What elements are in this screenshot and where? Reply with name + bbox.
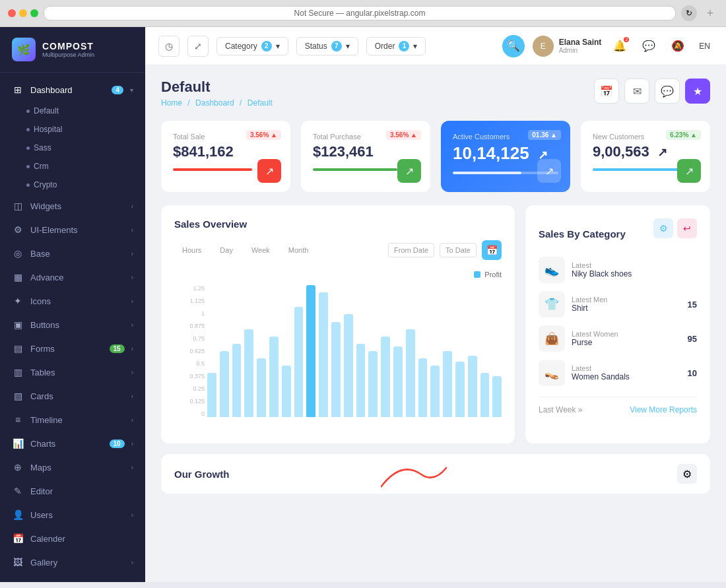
user-name: Elana Saint — [559, 38, 602, 47]
browser-dots — [8, 9, 38, 17]
expand-button[interactable]: ⤢ — [187, 36, 209, 57]
sidebar-item-widgets[interactable]: ◫ Widgets › — [0, 194, 145, 218]
cat-info: Latest Men Shirt — [572, 296, 681, 313]
sidebar-item-email-app[interactable]: ✉ Email App — [0, 574, 145, 582]
breadcrumb-home[interactable]: Home — [161, 98, 182, 108]
new-tab-button[interactable]: + — [702, 5, 718, 21]
category-arrow: ▾ — [276, 42, 280, 51]
search-button[interactable]: 🔍 — [502, 35, 525, 57]
order-filter[interactable]: Order 1 ▾ — [366, 37, 426, 55]
bar[interactable] — [356, 344, 366, 417]
bar[interactable] — [294, 307, 304, 417]
sidebar-item-calender[interactable]: 📅 Calender — [0, 527, 145, 550]
icons-arrow: › — [131, 298, 133, 305]
bar-group — [480, 285, 490, 417]
sidebar-item-maps[interactable]: ⊕ Maps › — [0, 455, 145, 479]
chat-action-button[interactable]: 💬 — [655, 79, 680, 104]
tab-day[interactable]: Day — [212, 243, 241, 257]
calendar-picker-button[interactable]: 📅 — [482, 240, 502, 260]
sidebar-item-base[interactable]: ◎ Base › — [0, 242, 145, 265]
bar[interactable] — [393, 346, 403, 417]
sidebar-item-timeline[interactable]: ≡ Timeline › — [0, 408, 145, 432]
sidebar-subitem-sass[interactable]: Sass — [0, 139, 145, 157]
bar[interactable] — [257, 358, 266, 417]
bar[interactable] — [232, 344, 242, 417]
sidebar-item-editor[interactable]: ✎ Editor — [0, 479, 145, 503]
share-button[interactable]: ↩ — [677, 218, 697, 238]
sidebar-item-ui-elements[interactable]: ⚙ UI-Elements › — [0, 218, 145, 242]
alerts-icon: 🔕 — [671, 40, 684, 52]
breadcrumb-dashboard[interactable]: Dashboard — [195, 98, 234, 108]
bar[interactable] — [244, 329, 253, 417]
stat-trend: ↗ — [537, 159, 561, 183]
order-arrow: ▾ — [413, 42, 417, 51]
sidebar-item-cards[interactable]: ▧ Cards › — [0, 384, 145, 408]
category-item-shoes: 👟 Latest Niky Black shoes — [539, 257, 697, 283]
sidebar-subitem-crypto[interactable]: Crypto — [0, 176, 145, 194]
category-filter[interactable]: Category 2 ▾ — [216, 37, 288, 55]
chat-icon: 💬 — [642, 40, 655, 52]
sidebar-item-buttons[interactable]: ▣ Buttons › — [0, 313, 145, 337]
close-dot[interactable] — [8, 9, 16, 17]
cat-product: Shirt — [572, 304, 681, 313]
bar[interactable] — [269, 337, 279, 417]
bar[interactable] — [331, 322, 341, 417]
sidebar-item-dashboard[interactable]: ⊞ Dashboard 4 ▾ — [0, 78, 145, 102]
sidebar-item-tables[interactable]: ▥ Tables › — [0, 360, 145, 384]
sidebar-subitem-hospital[interactable]: Hospital — [0, 120, 145, 139]
refresh-button[interactable]: ↻ — [681, 5, 697, 21]
bar[interactable] — [492, 376, 502, 417]
star-action-button[interactable]: ★ — [685, 79, 710, 104]
bar[interactable] — [443, 351, 452, 417]
tab-week[interactable]: Week — [244, 243, 278, 257]
minimize-dot[interactable] — [19, 9, 27, 17]
shirt-icon: 👕 — [539, 291, 565, 317]
period-selector[interactable]: Last Week » — [539, 405, 582, 414]
bar[interactable] — [418, 358, 428, 417]
bar[interactable] — [381, 337, 390, 417]
view-more-button[interactable]: View More Reports — [630, 405, 697, 414]
sidebar-item-forms[interactable]: ▤ Forms 15 › — [0, 337, 145, 360]
notification-button[interactable]: 🔔 2 — [609, 36, 630, 57]
user-section: E Elana Saint Admin — [533, 36, 602, 57]
bar-group — [443, 285, 452, 417]
bar[interactable] — [319, 292, 328, 417]
tab-hours[interactable]: Hours — [174, 243, 209, 257]
to-date-input[interactable]: To Date — [440, 243, 477, 257]
alerts-button[interactable]: 🔕 — [667, 36, 688, 57]
from-date-input[interactable]: From Date — [388, 243, 434, 257]
calendar-action-button[interactable]: 📅 — [594, 79, 619, 104]
sidebar-item-icons[interactable]: ✦ Icons › — [0, 289, 145, 313]
bar[interactable] — [455, 362, 465, 417]
gear-button[interactable]: ⚙ — [653, 218, 673, 238]
search-icon: 🔍 — [507, 40, 520, 52]
bar[interactable] — [306, 285, 315, 417]
bar[interactable] — [430, 366, 440, 417]
sidebar-item-gallery[interactable]: 🖼 Gallery › — [0, 550, 145, 574]
view-toggle-button[interactable]: ◷ — [158, 36, 180, 57]
sidebar-item-advance[interactable]: ▦ Advance › — [0, 265, 145, 289]
sidebar-item-charts[interactable]: 📊 Charts 10 › — [0, 432, 145, 455]
sidebar-subitem-default[interactable]: Default — [0, 102, 145, 120]
bar[interactable] — [480, 373, 490, 417]
bar[interactable] — [406, 329, 415, 417]
chat-button[interactable]: 💬 — [638, 36, 659, 57]
status-filter[interactable]: Status 7 ▾ — [296, 37, 358, 55]
bar[interactable] — [207, 373, 216, 417]
bar[interactable] — [468, 356, 477, 417]
email-action-button[interactable]: ✉ — [624, 79, 649, 104]
stat-value: $841,162 — [173, 143, 279, 160]
bar[interactable] — [368, 351, 378, 417]
cat-category: Latest — [572, 364, 681, 372]
main-content: ◷ ⤢ Category 2 ▾ Status 7 ▾ Order 1 ▾ 🔍 — [145, 27, 726, 582]
tab-month[interactable]: Month — [280, 243, 317, 257]
sidebar-item-users[interactable]: 👤 Users › — [0, 503, 145, 527]
bar[interactable] — [344, 314, 353, 417]
sidebar-subitem-crm[interactable]: Crm — [0, 157, 145, 176]
bar[interactable] — [220, 351, 229, 417]
bar[interactable] — [282, 366, 291, 417]
language-selector[interactable]: EN — [696, 42, 713, 51]
maximize-dot[interactable] — [30, 9, 38, 17]
growth-settings[interactable]: ⚙ — [677, 464, 697, 484]
cat-info: Latest Women Sandals — [572, 364, 681, 381]
